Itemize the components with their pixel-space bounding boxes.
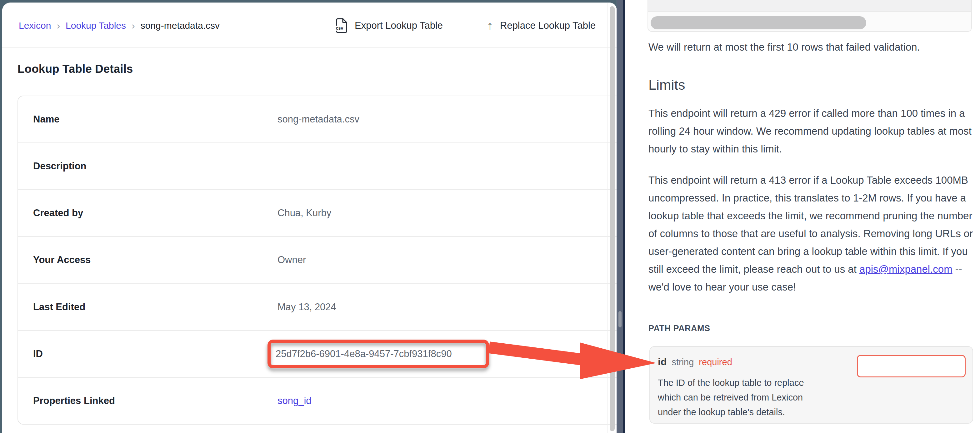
detail-label: Created by [33, 207, 83, 219]
replace-lookup-table-button[interactable]: ↑ Replace Lookup Table [487, 3, 596, 48]
breadcrumb-current-file: song-metadata.csv [141, 20, 220, 31]
param-description: The ID of the lookup table to replace wh… [658, 376, 804, 420]
detail-row-properties-linked: Properties Linked song_id [18, 377, 617, 424]
export-button-label: Export Lookup Table [355, 20, 443, 31]
detail-row-id: ID 25d7f2b6-6901-4e8a-9457-7cbf931f8c90 [18, 330, 617, 377]
path-params-heading: PATH PARAMS [648, 324, 710, 333]
detail-value: song-metadata.csv [277, 114, 360, 125]
chevron-separator-icon: › [132, 20, 135, 32]
chevron-separator-icon: › [57, 20, 60, 32]
screenshot-stage: Lexicon › Lookup Tables › song-metadata.… [0, 0, 980, 433]
param-required-badge: required [699, 357, 732, 368]
detail-label: Description [33, 161, 87, 172]
param-header: id string required [658, 356, 732, 368]
code-block-bottom-edge [648, 0, 972, 32]
detail-label: ID [33, 348, 43, 360]
linked-property-link[interactable]: song_id [277, 395, 312, 406]
docs-paragraph-413: This endpoint will return a 413 error if… [648, 171, 974, 296]
mixpanel-app-window: Lexicon › Lookup Tables › song-metadata.… [2, 3, 617, 433]
app-header: Lexicon › Lookup Tables › song-metadata.… [2, 3, 617, 48]
breadcrumb: Lexicon › Lookup Tables › song-metadata.… [19, 3, 220, 48]
api-docs-panel: We will return at most the first 10 rows… [625, 0, 980, 433]
param-name: id [658, 356, 667, 368]
docs-intro-text: We will return at most the first 10 rows… [648, 38, 974, 56]
window-divider [617, 0, 623, 433]
replace-button-label: Replace Lookup Table [500, 20, 596, 31]
detail-row-your-access: Your Access Owner [18, 236, 617, 283]
detail-label: Name [33, 114, 59, 125]
lookup-table-details-card: Name song-metadata.csv Description Creat… [18, 96, 617, 425]
divider-scrollbar-thumb[interactable] [619, 311, 622, 327]
horizontal-scrollbar-thumb[interactable] [651, 16, 866, 29]
vertical-scrollbar-thumb[interactable] [610, 6, 615, 431]
detail-row-created-by: Created by Chua, Kurby [18, 189, 617, 236]
detail-value: Chua, Kurby [277, 207, 331, 219]
export-lookup-table-button[interactable]: csv Export Lookup Table [335, 3, 443, 48]
param-description-line: The ID of the lookup table to replace [658, 376, 804, 390]
svg-text:csv: csv [336, 25, 344, 30]
detail-value: Owner [277, 254, 306, 266]
docs-paragraph-429: This endpoint will return a 429 error if… [648, 104, 974, 158]
detail-row-description: Description [18, 142, 617, 189]
limits-heading: Limits [648, 77, 685, 93]
detail-row-last-edited: Last Edited May 13, 2024 [18, 283, 617, 330]
breadcrumb-link-lookup-tables[interactable]: Lookup Tables [65, 20, 126, 31]
code-block-body [648, 0, 971, 12]
csv-file-icon: csv [335, 18, 348, 33]
mixpanel-email-link[interactable]: apis@mixpanel.com [859, 263, 953, 275]
detail-value: May 13, 2024 [277, 301, 336, 313]
param-type: string [671, 357, 694, 368]
lookup-table-id-value: 25d7f2b6-6901-4e8a-9457-7cbf931f8c90 [275, 348, 452, 360]
detail-row-name: Name song-metadata.csv [18, 96, 617, 142]
content-edge-divider [608, 3, 608, 433]
page-title: Lookup Table Details [18, 62, 133, 76]
paragraph-text: This endpoint will return a 413 error if… [648, 174, 973, 275]
id-param-input[interactable] [857, 355, 966, 377]
upload-arrow-icon: ↑ [487, 19, 493, 32]
param-description-line: which can be retreived from Lexicon [658, 390, 804, 405]
detail-label: Last Edited [33, 301, 85, 313]
path-param-card: id string required The ID of the lookup … [649, 346, 973, 423]
param-description-line: under the lookup table's details. [658, 405, 804, 420]
detail-label: Your Access [33, 254, 91, 266]
breadcrumb-link-lexicon[interactable]: Lexicon [19, 20, 51, 31]
detail-label: Properties Linked [33, 395, 115, 406]
